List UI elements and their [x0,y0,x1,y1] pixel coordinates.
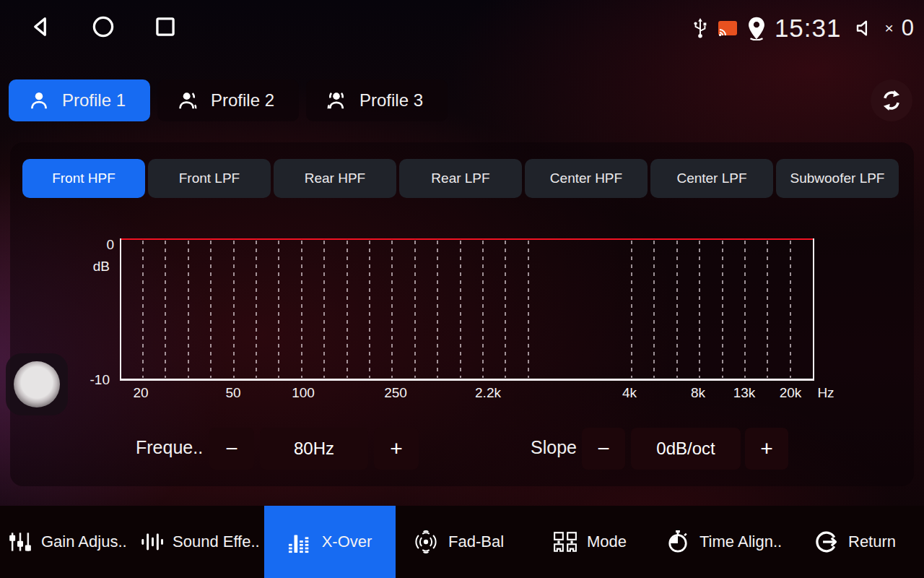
gridline [528,241,529,378]
sync-refresh-button[interactable] [871,79,912,121]
slope-increase-button[interactable]: + [745,428,788,470]
status-indicators: 15:31 × 0 [691,10,914,46]
profile-tab-label: Profile 2 [211,90,274,111]
profile-tab-3[interactable]: Profile 3 [306,79,448,121]
filter-tab-label: Center HPF [550,171,622,186]
tab-center-hpf[interactable]: Center HPF [525,159,648,198]
usb-icon [691,17,710,39]
nav-label: Fad-Bal [448,532,504,551]
frequency-response-chart [120,238,814,381]
profile-person-icon [27,89,51,112]
nav-return[interactable]: Return [814,506,896,578]
filter-tab-label: Front HPF [52,171,116,186]
tab-rear-lpf[interactable]: Rear LPF [399,159,522,198]
x-tick-label: 50 [225,385,240,401]
x-tick-label: 13k [733,385,756,401]
gridline [210,241,212,378]
gridline [188,241,189,378]
gridline [744,241,746,378]
x-axis-unit-label: Hz [817,385,834,401]
nav-sound-effects[interactable]: Sound Effe.. [140,506,260,578]
gridline [301,241,302,378]
slope-label: Slope [531,437,577,458]
nav-label: Mode [587,532,627,551]
profile-tab-label: Profile 3 [359,90,423,111]
profile-tab-1[interactable]: Profile 1 [9,79,150,121]
filter-tab-label: Rear HPF [305,171,365,186]
recents-icon[interactable] [152,13,179,40]
nav-label: Time Align.. [699,532,782,551]
nav-fad-bal[interactable]: Fad-Bal [413,506,504,578]
gridline [256,241,257,378]
gridline [391,241,393,378]
frequency-value: 80Hz [260,428,368,470]
nav-mode[interactable]: Mode [553,506,627,578]
nav-label: Sound Effe.. [173,532,260,551]
nav-label: X-Over [322,532,372,551]
nav-xover[interactable]: X-Over [264,506,396,578]
gridline [699,241,700,378]
profile-tab-2[interactable]: Profile 2 [157,79,299,121]
back-icon[interactable] [27,13,55,40]
tab-front-lpf[interactable]: Front LPF [148,159,271,198]
slope-value: 0dB/oct [631,428,741,470]
location-icon [746,16,767,40]
gridline [414,241,416,378]
profile-person-icon [176,89,199,112]
profile-person-icon [325,89,348,112]
y-axis-unit-label: dB [85,259,110,275]
gridline [165,241,166,378]
response-curve [121,238,813,240]
gridline [278,241,279,378]
gridline [482,241,484,378]
filter-tab-label: Front LPF [179,171,240,186]
y-axis-bottom-label: -10 [85,372,110,388]
nav-label: Return [848,532,896,551]
volume-times-symbol: × [884,20,893,37]
tab-center-lpf[interactable]: Center LPF [650,159,773,198]
stopwatch-icon [666,530,690,554]
gridline [460,241,461,378]
nav-gain-adjust[interactable]: Gain Adjus.. [9,506,127,578]
return-arrow-icon [814,530,839,554]
y-axis-top-label: 0 [90,237,114,253]
nav-time-align[interactable]: Time Align.. [666,506,782,578]
filter-tab-label: Center LPF [676,171,746,186]
mixer-sliders-icon [9,530,32,553]
home-icon[interactable] [90,13,117,40]
gridline [676,241,678,378]
frequency-increase-button[interactable]: + [374,428,419,470]
tab-rear-hpf[interactable]: Rear HPF [274,159,396,198]
gridline [505,241,506,378]
x-tick-label: 8k [691,385,705,401]
filter-tab-label: Subwoofer LPF [790,171,885,186]
frequency-label: Freque.. [136,437,203,458]
tab-front-hpf[interactable]: Front HPF [22,159,145,198]
gridline [233,241,235,378]
waveform-bars-icon [140,530,163,553]
xover-settings-screen: 15:31 × 0 Profile 1 [0,0,924,578]
x-tick-label: 20 [133,385,148,401]
frequency-decrease-button[interactable]: − [209,428,254,470]
x-tick-label: 250 [384,385,407,401]
status-bar: 15:31 × 0 [0,0,924,55]
gridline [369,241,370,378]
system-nav [27,13,179,40]
gridline [767,241,768,378]
volume-level: 0 [902,15,914,41]
tab-subwoofer-lpf[interactable]: Subwoofer LPF [776,159,899,198]
gridline [653,241,655,378]
gridline [631,241,632,378]
cast-icon [717,19,738,38]
gridline [323,241,325,378]
slope-decrease-button[interactable]: − [582,428,625,470]
gridline [142,241,144,378]
speaker-layout-icon [553,531,578,553]
clock: 15:31 [775,14,842,43]
equalizer-icon [288,530,313,553]
gridline [437,241,438,378]
floating-assist-knob[interactable] [6,353,68,415]
gridline [790,241,791,378]
filter-tab-label: Rear LPF [431,171,489,186]
sync-refresh-icon [879,88,904,113]
